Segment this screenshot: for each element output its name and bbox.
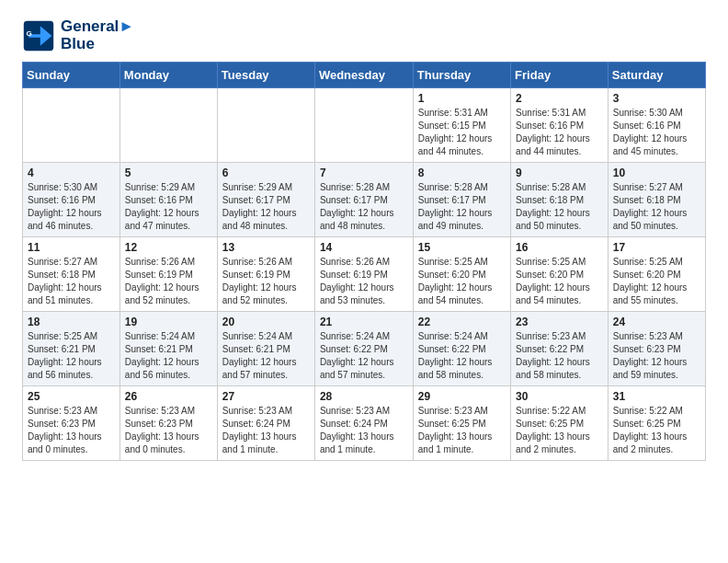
day-cell: 23Sunrise: 5:23 AM Sunset: 6:22 PM Dayli… [511,312,609,386]
day-cell: 15Sunrise: 5:25 AM Sunset: 6:20 PM Dayli… [413,237,510,312]
day-number: 20 [222,316,310,328]
day-cell: 10Sunrise: 5:27 AM Sunset: 6:18 PM Dayli… [608,163,705,237]
day-cell: 20Sunrise: 5:24 AM Sunset: 6:21 PM Dayli… [217,312,314,386]
day-info: Sunrise: 5:23 AM Sunset: 6:22 PM Dayligh… [516,330,603,382]
logo: G General► Blue [22,18,134,52]
day-info: Sunrise: 5:23 AM Sunset: 6:23 PM Dayligh… [613,330,700,382]
day-number: 19 [125,316,212,328]
day-info: Sunrise: 5:25 AM Sunset: 6:21 PM Dayligh… [28,330,115,382]
day-info: Sunrise: 5:27 AM Sunset: 6:18 PM Dayligh… [28,256,115,307]
day-cell: 8Sunrise: 5:28 AM Sunset: 6:17 PM Daylig… [413,163,510,237]
day-number: 14 [320,241,408,254]
day-info: Sunrise: 5:28 AM Sunset: 6:18 PM Dayligh… [516,181,603,233]
day-info: Sunrise: 5:31 AM Sunset: 6:15 PM Dayligh… [418,107,506,158]
svg-text:G: G [27,29,32,38]
day-cell: 13Sunrise: 5:26 AM Sunset: 6:19 PM Dayli… [217,237,314,312]
day-cell: 6Sunrise: 5:29 AM Sunset: 6:17 PM Daylig… [217,163,314,237]
day-number: 27 [222,390,310,403]
week-row-5: 25Sunrise: 5:23 AM Sunset: 6:23 PM Dayli… [23,386,706,461]
weekday-header-sunday: Sunday [23,63,120,88]
day-info: Sunrise: 5:23 AM Sunset: 6:24 PM Dayligh… [222,405,310,456]
day-number: 9 [516,167,603,179]
day-info: Sunrise: 5:27 AM Sunset: 6:18 PM Dayligh… [613,181,700,233]
day-cell: 22Sunrise: 5:24 AM Sunset: 6:22 PM Dayli… [413,312,510,386]
day-info: Sunrise: 5:23 AM Sunset: 6:23 PM Dayligh… [125,405,212,456]
day-info: Sunrise: 5:24 AM Sunset: 6:21 PM Dayligh… [125,330,212,382]
day-number: 8 [418,167,506,179]
weekday-header-friday: Friday [511,63,609,88]
day-number: 11 [28,241,115,254]
day-info: Sunrise: 5:29 AM Sunset: 6:17 PM Dayligh… [222,181,310,233]
day-number: 17 [613,241,700,254]
day-number: 5 [125,167,212,179]
day-number: 28 [320,390,408,403]
day-info: Sunrise: 5:31 AM Sunset: 6:16 PM Dayligh… [516,107,603,158]
day-info: Sunrise: 5:22 AM Sunset: 6:25 PM Dayligh… [516,405,603,456]
weekday-header-tuesday: Tuesday [217,63,314,88]
day-info: Sunrise: 5:23 AM Sunset: 6:23 PM Dayligh… [28,405,115,456]
day-cell: 7Sunrise: 5:28 AM Sunset: 6:17 PM Daylig… [314,163,413,237]
week-row-4: 18Sunrise: 5:25 AM Sunset: 6:21 PM Dayli… [23,312,706,386]
day-cell: 14Sunrise: 5:26 AM Sunset: 6:19 PM Dayli… [314,237,413,312]
day-cell: 30Sunrise: 5:22 AM Sunset: 6:25 PM Dayli… [511,386,609,461]
day-cell [217,88,314,163]
day-cell: 31Sunrise: 5:22 AM Sunset: 6:25 PM Dayli… [608,386,705,461]
day-cell: 18Sunrise: 5:25 AM Sunset: 6:21 PM Dayli… [23,312,120,386]
week-row-1: 1Sunrise: 5:31 AM Sunset: 6:15 PM Daylig… [23,88,706,163]
day-number: 29 [418,390,506,403]
logo-text: General► Blue [61,18,134,52]
calendar-table: SundayMondayTuesdayWednesdayThursdayFrid… [22,62,706,461]
day-number: 25 [28,390,115,403]
day-cell: 27Sunrise: 5:23 AM Sunset: 6:24 PM Dayli… [217,386,314,461]
day-number: 16 [516,241,603,254]
day-info: Sunrise: 5:23 AM Sunset: 6:24 PM Dayligh… [320,405,408,456]
day-info: Sunrise: 5:24 AM Sunset: 6:22 PM Dayligh… [320,330,408,382]
day-number: 6 [222,167,310,179]
page: G General► Blue SundayMondayTuesdayWedne… [0,0,728,479]
day-info: Sunrise: 5:26 AM Sunset: 6:19 PM Dayligh… [320,256,408,307]
day-number: 12 [125,241,212,254]
day-info: Sunrise: 5:24 AM Sunset: 6:21 PM Dayligh… [222,330,310,382]
day-cell: 2Sunrise: 5:31 AM Sunset: 6:16 PM Daylig… [511,88,609,163]
day-cell: 19Sunrise: 5:24 AM Sunset: 6:21 PM Dayli… [119,312,217,386]
day-number: 30 [516,390,603,403]
day-number: 21 [320,316,408,328]
day-info: Sunrise: 5:26 AM Sunset: 6:19 PM Dayligh… [125,256,212,307]
day-info: Sunrise: 5:25 AM Sunset: 6:20 PM Dayligh… [613,256,700,307]
day-info: Sunrise: 5:22 AM Sunset: 6:25 PM Dayligh… [613,405,700,456]
day-info: Sunrise: 5:23 AM Sunset: 6:25 PM Dayligh… [418,405,506,456]
day-info: Sunrise: 5:30 AM Sunset: 6:16 PM Dayligh… [613,107,700,158]
day-number: 13 [222,241,310,254]
day-number: 1 [418,92,506,105]
day-cell: 29Sunrise: 5:23 AM Sunset: 6:25 PM Dayli… [413,386,510,461]
day-number: 10 [613,167,700,179]
day-info: Sunrise: 5:24 AM Sunset: 6:22 PM Dayligh… [418,330,506,382]
day-number: 26 [125,390,212,403]
day-cell: 9Sunrise: 5:28 AM Sunset: 6:18 PM Daylig… [511,163,609,237]
weekday-header-row: SundayMondayTuesdayWednesdayThursdayFrid… [23,63,706,88]
day-cell: 5Sunrise: 5:29 AM Sunset: 6:16 PM Daylig… [119,163,217,237]
day-info: Sunrise: 5:25 AM Sunset: 6:20 PM Dayligh… [516,256,603,307]
day-info: Sunrise: 5:28 AM Sunset: 6:17 PM Dayligh… [320,181,408,233]
day-cell: 28Sunrise: 5:23 AM Sunset: 6:24 PM Dayli… [314,386,413,461]
day-cell [23,88,120,163]
week-row-3: 11Sunrise: 5:27 AM Sunset: 6:18 PM Dayli… [23,237,706,312]
day-cell: 11Sunrise: 5:27 AM Sunset: 6:18 PM Dayli… [23,237,120,312]
day-cell: 1Sunrise: 5:31 AM Sunset: 6:15 PM Daylig… [413,88,510,163]
day-number: 18 [28,316,115,328]
day-cell: 17Sunrise: 5:25 AM Sunset: 6:20 PM Dayli… [608,237,705,312]
day-cell: 21Sunrise: 5:24 AM Sunset: 6:22 PM Dayli… [314,312,413,386]
day-number: 24 [613,316,700,328]
day-number: 22 [418,316,506,328]
day-cell [314,88,413,163]
day-cell: 25Sunrise: 5:23 AM Sunset: 6:23 PM Dayli… [23,386,120,461]
weekday-header-thursday: Thursday [413,63,510,88]
day-info: Sunrise: 5:26 AM Sunset: 6:19 PM Dayligh… [222,256,310,307]
day-cell: 4Sunrise: 5:30 AM Sunset: 6:16 PM Daylig… [23,163,120,237]
day-number: 3 [613,92,700,105]
day-number: 2 [516,92,603,105]
day-cell [119,88,217,163]
day-info: Sunrise: 5:30 AM Sunset: 6:16 PM Dayligh… [28,181,115,233]
day-cell: 16Sunrise: 5:25 AM Sunset: 6:20 PM Dayli… [511,237,609,312]
week-row-2: 4Sunrise: 5:30 AM Sunset: 6:16 PM Daylig… [23,163,706,237]
